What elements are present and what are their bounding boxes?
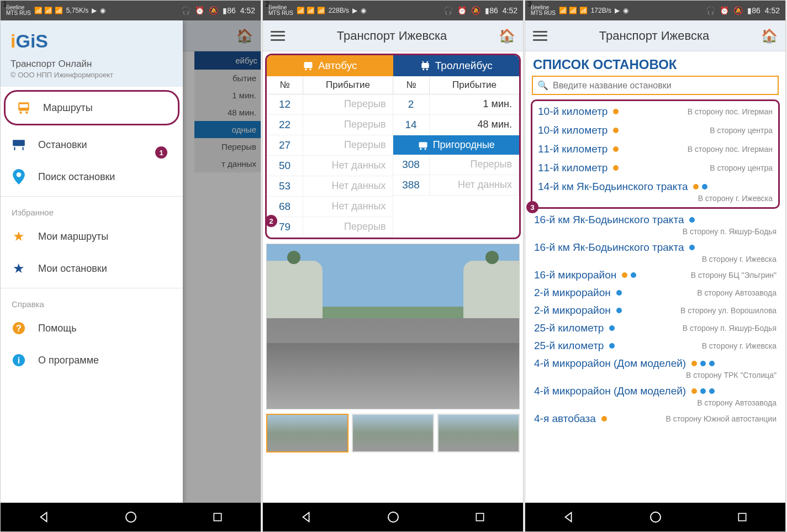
recent-button[interactable] [735, 509, 750, 525]
stop-icon [12, 138, 26, 152]
table-row[interactable]: 21 мин. [393, 94, 520, 115]
stop-item[interactable]: 16-й км Як-Бодьинского трактаВ сторону г… [533, 239, 778, 266]
route-num: 12 [267, 94, 303, 114]
back-button[interactable] [561, 509, 577, 525]
table-row[interactable]: 27Перерыв [267, 135, 393, 156]
drawer-my-routes[interactable]: ★ Мои маршруты [1, 220, 183, 252]
badge-2: 2 [265, 215, 277, 227]
home-button[interactable] [385, 509, 401, 525]
appbar: Транспорт Ижевска 🏠 [263, 20, 523, 51]
drawer-item-label: О программе [38, 355, 99, 366]
thumb-3[interactable] [437, 414, 520, 452]
tab-suburban[interactable]: Пригородные [393, 135, 520, 155]
svg-point-15 [305, 69, 307, 70]
table-row[interactable]: 12Перерыв [267, 94, 393, 115]
drawer-about[interactable]: i О программе [1, 344, 183, 376]
stop-item[interactable]: 2-й микрорайонВ сторону Автозавода [533, 284, 778, 302]
stop-direction: В сторону г. Ижевска [702, 341, 777, 350]
stop-item[interactable]: 14-й км Як-Бодьинского трактаВ сторону г… [535, 177, 776, 206]
stop-item[interactable]: 10-й километрВ сторону пос. Игерман [535, 102, 776, 121]
recent-button[interactable] [472, 509, 488, 525]
appbar: Транспорт Ижевска 🏠 [525, 20, 785, 51]
tab-trolley[interactable]: Троллейбус [393, 55, 520, 76]
drawer-stops[interactable]: Остановки [1, 129, 183, 161]
panel3-content: СПИСОК ОСТАНОВОК 🔍 10-й километрВ сторон… [525, 51, 785, 503]
recent-button[interactable] [210, 509, 225, 525]
logo: iGiS [10, 30, 173, 52]
table-row[interactable]: 1448 мин. [393, 115, 520, 135]
stop-direction: В сторону центра [710, 164, 773, 172]
thumb-2[interactable] [352, 414, 434, 452]
bus-dot-icon [613, 146, 619, 152]
alarm-icon: ⏰ [195, 6, 204, 15]
stop-item[interactable]: 16-й км Як-Бодьинского трактаВ сторону п… [533, 211, 778, 239]
stop-name: 11-й километр [538, 143, 608, 155]
svg-rect-17 [421, 63, 429, 68]
bus-dot-icon [613, 165, 619, 171]
table-row[interactable]: 50Нет данных [267, 156, 393, 176]
stop-photo[interactable] [266, 244, 520, 409]
arrival-time: Нет данных [303, 156, 393, 176]
status-bar: Beeline MTS RUS 📶 📶 📶 172B/s ▶ ◉ 🎧 ⏰ 🔕 ▮… [525, 1, 785, 20]
drawer-item-label: Мои остановки [38, 263, 107, 275]
menu-icon[interactable] [271, 31, 285, 41]
search-input[interactable] [553, 81, 773, 91]
battery-icon: ▮86 [485, 6, 498, 15]
drawer-body: Маршруты 1 Остановки Поиск остановки Изб [1, 87, 183, 503]
svg-rect-4 [13, 140, 25, 146]
search-box[interactable]: 🔍 [532, 76, 779, 95]
stop-item[interactable]: 2-й микрорайонВ сторону ул. Ворошилова [533, 302, 778, 319]
menu-icon[interactable] [533, 31, 547, 41]
signal-icon: 📶 📶 📶 [559, 7, 588, 14]
home-icon[interactable]: 🏠 [499, 28, 515, 44]
back-button[interactable] [299, 509, 314, 525]
stop-direction: В сторону п. Якшур-Бодья [534, 227, 777, 236]
drawer-search-stop[interactable]: Поиск остановки [1, 161, 183, 193]
silent-icon: 🔕 [471, 6, 480, 15]
table-row[interactable]: 308Перерыв [393, 155, 520, 175]
table-row[interactable]: 388Нет данных [393, 175, 520, 196]
nav-drawer: iGiS Транспорт Онлайн © ООО НПП Ижинформ… [1, 20, 183, 503]
viber-icon: ◉ [100, 7, 105, 14]
stop-name: 16-й км Як-Бодьинского тракта [534, 241, 684, 254]
table-row[interactable]: 22Перерыв [267, 115, 393, 135]
copyright: © ООО НПП Ижинформпроект [10, 71, 173, 79]
drawer-routes[interactable]: Маршруты [4, 90, 179, 125]
svg-point-25 [651, 512, 661, 522]
home-button[interactable] [123, 509, 139, 525]
home-icon[interactable]: 🏠 [761, 28, 778, 44]
drawer-help[interactable]: ? Помощь [1, 312, 183, 344]
panel-2: 2. Beeline MTS RUS 📶 📶 📶 228B/s ▶ ◉ 🎧 ⏰ … [262, 0, 524, 532]
tab-bus[interactable]: Автобус [267, 55, 393, 76]
battery-icon: ▮86 [223, 6, 236, 15]
stop-item[interactable]: 16-й микрорайонВ сторону БЦ "Эльгрин" [533, 266, 778, 284]
svg-rect-13 [214, 513, 221, 520]
panel-label: 2. [265, 0, 272, 8]
table-row[interactable]: 53Нет данных [267, 176, 393, 197]
stop-item[interactable]: 4-й микрорайон (Дом моделей)В сторону Ав… [533, 382, 778, 410]
stop-item[interactable]: 11-й километрВ сторону пос. Игерман [535, 140, 776, 159]
clock: 4:52 [765, 6, 780, 15]
stop-item[interactable]: 4-й микрорайон (Дом моделей)В сторону ТР… [533, 355, 778, 382]
bus-column: 12Перерыв22Перерыв27Перерыв50Нет данных5… [267, 94, 393, 238]
back-button[interactable] [36, 509, 52, 525]
stop-item[interactable]: 4-я автобазаВ сторону Южной автостанции [533, 410, 778, 428]
route-num: 27 [267, 135, 303, 155]
stop-name: 4-й микрорайон (Дом моделей) [534, 385, 686, 397]
stop-item[interactable]: 11-й километрВ сторону центра [535, 159, 776, 177]
thumb-1[interactable] [266, 414, 348, 452]
page-title: Транспорт Ижевска [337, 29, 447, 43]
stop-item[interactable]: 25-й километрВ сторону г. Ижевска [533, 337, 778, 355]
drawer-my-stops[interactable]: ★ Мои остановки [1, 252, 183, 285]
help-icon: ? [12, 321, 26, 335]
table-row[interactable]: 68Нет данных [267, 197, 393, 217]
stop-item[interactable]: 10-й километрВ сторону центра [535, 121, 776, 140]
trolley-dot-icon [689, 217, 695, 223]
svg-point-23 [388, 512, 398, 522]
route-num: 22 [267, 115, 303, 135]
stop-name: 14-й км Як-Бодьинского тракта [538, 181, 688, 193]
table-row[interactable]: 79Перерыв [267, 217, 393, 238]
stop-direction: В сторону пос. Игерман [688, 145, 773, 154]
home-button[interactable] [648, 509, 663, 525]
stop-item[interactable]: 25-й километрВ сторону п. Якшур-Бодья [533, 319, 778, 337]
